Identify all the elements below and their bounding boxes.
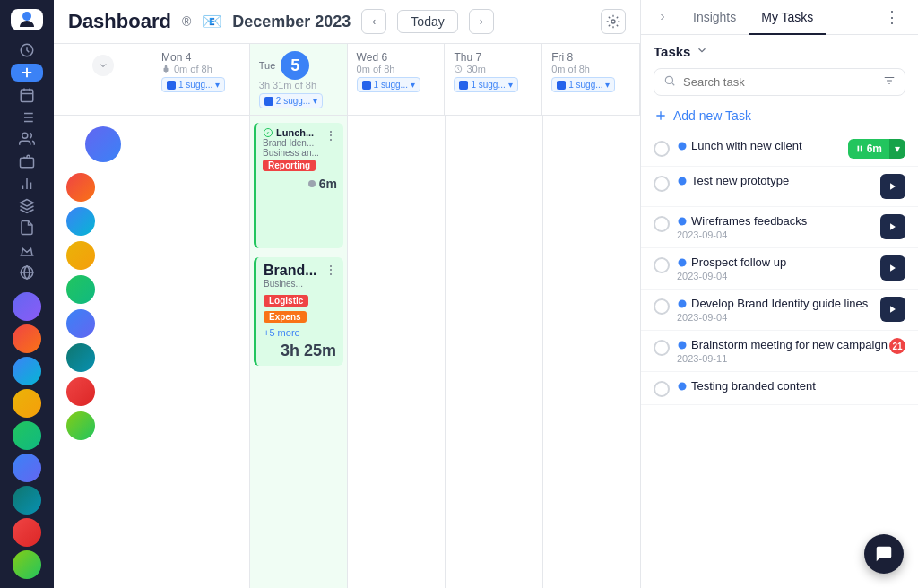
cal-col-thu	[446, 116, 543, 589]
calendar-icon[interactable]	[11, 85, 43, 104]
avatar-list-3[interactable]	[66, 241, 95, 270]
avatar-8[interactable]	[13, 518, 41, 547]
svg-point-10	[665, 76, 672, 83]
event-more-link[interactable]: +5 more	[264, 327, 336, 338]
tab-more-button[interactable]: ⋮	[877, 0, 907, 34]
briefcase-icon[interactable]	[11, 152, 43, 171]
cal-day-mon: Mon 4 0m of 8h 1 sugg... ▾	[152, 44, 250, 115]
avatar-list-7[interactable]	[66, 377, 95, 406]
task-item-testing[interactable]: Testing branded content	[641, 372, 918, 405]
task-item-prospect[interactable]: Prospect follow up 2023-09-04	[641, 248, 918, 290]
task-checkbox-prototype[interactable]	[654, 176, 670, 192]
task-checkbox-brand-identity[interactable]	[654, 298, 670, 315]
event-brand-menu[interactable]: ⋮	[323, 262, 339, 278]
avatar-4[interactable]	[13, 389, 41, 418]
next-month-button[interactable]: ›	[469, 9, 494, 34]
avatar-list-2[interactable]	[66, 207, 95, 236]
clock-icon[interactable]	[11, 41, 43, 60]
globe-icon[interactable]	[11, 263, 43, 281]
chat-bubble-button[interactable]	[864, 534, 904, 574]
avatar-9[interactable]	[13, 550, 41, 579]
file-icon[interactable]	[11, 219, 43, 238]
play-brand-identity-button[interactable]	[880, 297, 905, 322]
today-button[interactable]: Today	[397, 10, 457, 33]
list-icon[interactable]	[11, 108, 43, 126]
suggest-wed-button[interactable]: 1 sugg... ▾	[357, 77, 420, 92]
svg-marker-5	[21, 199, 34, 206]
cal-day-fri: Fri 8 0m of 8h 1 sugg... ▾	[542, 44, 640, 115]
cal-day-thu: Thu 7 30m 1 sugg... ▾	[445, 44, 542, 115]
people-icon[interactable]	[11, 130, 43, 149]
panel-collapse-button[interactable]	[652, 6, 673, 28]
play-prospect-button[interactable]	[880, 255, 905, 281]
task-name-prototype: Test new prototype	[691, 174, 789, 187]
svg-rect-13	[860, 146, 862, 152]
avatar-1[interactable]	[13, 292, 41, 321]
prev-month-button[interactable]: ‹	[361, 9, 386, 34]
task-item-wireframes[interactable]: Wireframes feedbacks 2023-09-04	[641, 207, 918, 248]
suggest-tue-button[interactable]: 2 sugg... ▾	[259, 93, 323, 108]
task-name-testing: Testing branded content	[691, 379, 816, 393]
tab-insights[interactable]: Insights	[680, 1, 749, 35]
suggest-fri-button[interactable]: 1 sugg... ▾	[551, 77, 615, 92]
settings-button[interactable]	[601, 9, 626, 34]
task-name-brand-identity: Develop Brand Identity guide lines	[691, 297, 868, 310]
task-item-brainstorm[interactable]: Brainstorm meeting for new campaign 2023…	[641, 331, 918, 372]
event-lunch-sub2: Business an...	[263, 148, 337, 158]
task-checkbox-testing[interactable]	[654, 381, 670, 397]
suggest-mon-button[interactable]: 1 sugg... ▾	[161, 77, 225, 92]
event-lunch[interactable]: Lunch... Brand Iden... Business an... Re…	[254, 123, 343, 248]
main-area: Dashboard ® 📧 December 2023 ‹ Today ›	[54, 0, 640, 588]
chart-icon[interactable]	[11, 174, 43, 193]
suggest-thu-button[interactable]: 1 sugg... ▾	[454, 77, 517, 92]
task-checkbox-lunch[interactable]	[654, 141, 670, 157]
task-checkbox-wireframes[interactable]	[654, 216, 670, 232]
app-logo[interactable]	[11, 9, 43, 30]
task-item-prototype[interactable]: Test new prototype	[641, 167, 918, 207]
avatar-list-5[interactable]	[66, 309, 95, 338]
calendar-left-col	[54, 116, 152, 589]
timer-dropdown-button[interactable]: ▾	[889, 139, 905, 159]
cal-col-mon	[152, 116, 250, 589]
play-prototype-button[interactable]	[880, 174, 905, 199]
collapse-button[interactable]	[92, 55, 114, 76]
task-item-lunch[interactable]: Lunch with new client 6m ▾	[641, 132, 918, 167]
tasks-dropdown-icon[interactable]	[696, 44, 708, 59]
add-task-button[interactable]: Add new Task	[641, 103, 918, 132]
svg-rect-12	[857, 146, 859, 152]
avatar-list-8[interactable]	[66, 411, 95, 440]
avatar-list-1[interactable]	[66, 173, 95, 202]
event-menu-button[interactable]: ⋮	[323, 127, 339, 143]
event-brand[interactable]: Brand... Busines... Logistic Expens +5 m…	[254, 257, 343, 366]
avatar-6[interactable]	[13, 454, 41, 482]
play-wireframes-button[interactable]	[880, 214, 905, 239]
task-checkbox-brainstorm[interactable]	[654, 340, 670, 356]
svg-point-18	[679, 341, 687, 349]
task-item-brand-identity[interactable]: Develop Brand Identity guide lines 2023-…	[641, 290, 918, 331]
search-input[interactable]	[683, 75, 876, 89]
event-lunch-time: 6m	[319, 177, 337, 191]
tasks-label: Tasks	[654, 44, 690, 59]
sort-icon[interactable]	[883, 74, 896, 90]
task-date-prospect: 2023-09-04	[677, 271, 880, 281]
tab-my-tasks[interactable]: My Tasks	[749, 1, 826, 35]
cal-col-wed	[348, 116, 446, 589]
tasks-header: Tasks	[641, 35, 918, 65]
task-date-brand-identity: 2023-09-04	[677, 312, 880, 323]
svg-point-3	[22, 134, 28, 139]
task-checkbox-prospect[interactable]	[654, 257, 670, 273]
layers-icon[interactable]	[11, 196, 43, 215]
avatar-list-4[interactable]	[66, 275, 95, 304]
svg-point-19	[679, 382, 687, 390]
avatar-2[interactable]	[13, 324, 41, 353]
calendar-spacer	[54, 44, 152, 115]
avatar-7[interactable]	[13, 486, 41, 514]
task-name-prospect: Prospect follow up	[691, 255, 786, 269]
panel-content: Tasks Add new	[641, 35, 918, 588]
avatar-3[interactable]	[13, 357, 41, 385]
avatar-list-6[interactable]	[66, 343, 95, 372]
cal-col-fri	[543, 116, 640, 589]
crown-icon[interactable]	[11, 241, 43, 260]
add-icon[interactable]	[11, 64, 43, 82]
avatar-5[interactable]	[13, 421, 41, 450]
